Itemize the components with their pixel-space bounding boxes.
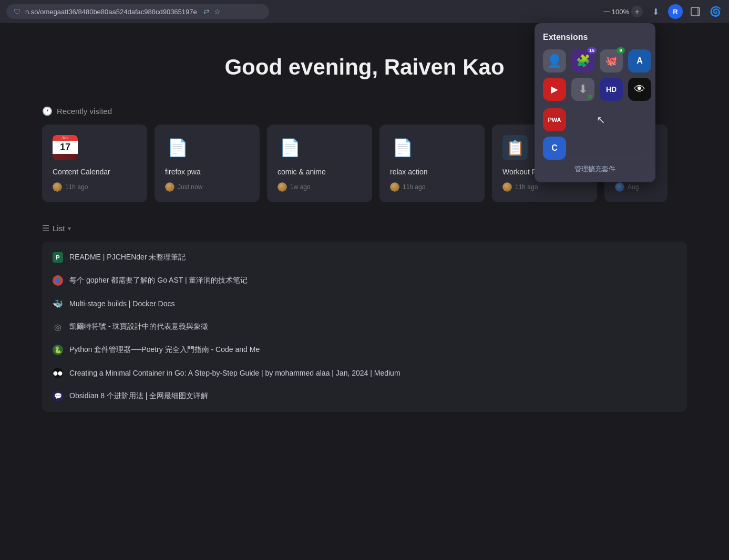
favicon-python: 🐍 xyxy=(53,345,63,355)
list-label: List xyxy=(53,224,65,233)
extension-github[interactable]: 🐙 9 xyxy=(600,49,623,72)
extension-hd[interactable]: HD xyxy=(600,78,623,101)
card-content-calendar[interactable]: JUL 17 Content Calendar 11h ago xyxy=(42,125,147,202)
list-item[interactable]: ◎ 凱爾特符號 - 珠寶設計中的代表意義與象徵 xyxy=(42,315,687,338)
card-relax-action[interactable]: 📄 relax action 11h ago xyxy=(379,125,485,202)
extension-azure[interactable]: A xyxy=(628,49,651,72)
list-item[interactable]: ⬤⬤ Creating a Minimal Container in Go: A… xyxy=(42,361,687,385)
list-item-title: Obsidian 8 个进阶用法 | 全网最细图文详解 xyxy=(69,391,208,401)
clock-icon: 🕐 xyxy=(42,106,53,116)
list-item[interactable]: 🐍 Python 套件管理器──Poetry 完全入門指南 - Code and… xyxy=(42,338,687,361)
list-item-title: Python 套件管理器──Poetry 完全入門指南 - Code and M… xyxy=(69,345,260,355)
list-section: ☰ List ▾ P README | PJCHENder 未整理筆記 👤 每个… xyxy=(42,223,687,412)
card-meta: 11h ago xyxy=(390,182,474,192)
card-avatar xyxy=(278,182,287,192)
card-icon-calendar: JUL 17 xyxy=(53,135,78,160)
card-meta: Just now xyxy=(165,182,249,192)
bookmarks-list: P README | PJCHENder 未整理筆記 👤 每个 gopher 都… xyxy=(42,242,687,412)
list-item[interactable]: 👤 每个 gopher 都需要了解的 Go AST | 董泽润的技术笔记 xyxy=(42,269,687,292)
list-item[interactable]: 💬 Obsidian 8 个进阶用法 | 全网最细图文详解 xyxy=(42,385,687,408)
extensions-space xyxy=(571,108,594,131)
card-icon-doc: 📄 xyxy=(165,135,190,160)
manage-extensions-button[interactable]: 管理擴充套件 xyxy=(543,160,647,174)
security-icon: 🛡 xyxy=(14,7,21,16)
extensions-c-row: C xyxy=(543,137,647,160)
card-time: 11h ago xyxy=(65,183,88,191)
extensions-third-row: PWA ↖ xyxy=(543,108,647,131)
card-avatar xyxy=(615,182,624,192)
list-item-title: 凱爾特符號 - 珠寶設計中的代表意義與象徵 xyxy=(69,322,208,331)
url-bar[interactable]: 🛡 n.so/omegaatt36/8480be80aa524dafac988c… xyxy=(6,4,269,19)
extension-puzzleplus[interactable]: 🧩 15 xyxy=(571,49,594,72)
favicon-pj: P xyxy=(53,252,63,263)
cursor-indicator: ↖ xyxy=(597,113,605,126)
favicon-medium: ⬤⬤ xyxy=(53,368,63,378)
minimize-icon[interactable]: ─ xyxy=(603,7,609,16)
card-firefox-pwa[interactable]: 📄 firefox pwa Just now xyxy=(155,125,260,202)
card-meta: Aug xyxy=(615,182,657,192)
card-icon-doc: 📄 xyxy=(278,135,303,160)
favicon-obsidian: 💬 xyxy=(53,391,63,401)
card-time: Aug xyxy=(628,183,639,191)
sidebar-toggle-button[interactable] xyxy=(688,4,703,19)
extensions-title: Extensions xyxy=(543,33,647,42)
calendar-month: JUL xyxy=(53,135,78,141)
extension-downloader[interactable]: ⬇ xyxy=(571,78,594,101)
list-item-title: Multi-stage builds | Docker Docs xyxy=(69,299,174,308)
zoom-control: ─ 100% + xyxy=(603,6,643,17)
extension-eyes[interactable]: 👁 xyxy=(628,78,651,101)
card-meta: 11h ago xyxy=(53,182,137,192)
extension-c[interactable]: C xyxy=(543,137,566,160)
card-time: 1w ago xyxy=(290,183,311,191)
favicon-celtic: ◎ xyxy=(53,322,63,332)
card-time: Just now xyxy=(178,183,202,191)
browser-icons: ─ 100% + ⬇ R 🌀 xyxy=(603,4,723,19)
extension-youtube[interactable]: ▶ xyxy=(543,78,566,101)
card-name: firefox pwa xyxy=(165,168,249,176)
extension-pwa[interactable]: PWA xyxy=(543,108,566,131)
svg-rect-1 xyxy=(697,7,700,16)
card-avatar xyxy=(53,182,62,192)
doc-icon: 📄 xyxy=(167,138,188,158)
card-meta: 11h ago xyxy=(502,182,587,192)
workout-icon: 📋 xyxy=(506,139,525,157)
extension-badge: 15 xyxy=(587,47,597,54)
profile-avatar[interactable]: R xyxy=(668,4,683,19)
doc-icon: 📄 xyxy=(280,138,301,158)
chevron-down-icon: ▾ xyxy=(68,225,71,232)
url-text: n.so/omegaatt36/8480be80aa524dafac988cd9… xyxy=(25,8,197,16)
zoom-in-button[interactable]: + xyxy=(631,6,643,17)
favicon-docker: 🐳 xyxy=(53,298,63,309)
card-name: relax action xyxy=(390,168,474,176)
card-avatar xyxy=(165,182,174,192)
recently-visited-label: Recently visited xyxy=(57,107,112,116)
list-item[interactable]: P README | PJCHENder 未整理筆記 xyxy=(42,246,687,269)
browser-bar: 🛡 n.so/omegaatt36/8480be80aa524dafac988c… xyxy=(0,0,729,23)
list-item-title: 每个 gopher 都需要了解的 Go AST | 董泽润的技术笔记 xyxy=(69,276,248,285)
download-icon[interactable]: ⬇ xyxy=(648,4,663,19)
extensions-popup: Extensions 👤 🧩 15 🐙 9 A ▶ ⬇ HD 👁 PWA ↖ C… xyxy=(535,23,655,182)
doc-icon: 📄 xyxy=(392,138,413,158)
list-item[interactable]: 🐳 Multi-stage builds | Docker Docs xyxy=(42,292,687,315)
list-icon: ☰ xyxy=(42,223,49,233)
extensions-grid: 👤 🧩 15 🐙 9 A ▶ ⬇ HD 👁 xyxy=(543,49,647,101)
list-item-title: Creating a Minimal Container in Go: A St… xyxy=(69,369,401,377)
list-header[interactable]: ☰ List ▾ xyxy=(42,223,687,233)
list-item-title: README | PJCHENder 未整理筆記 xyxy=(69,253,186,262)
extension-badge: 9 xyxy=(617,47,625,54)
extension-user[interactable]: 👤 xyxy=(543,49,566,72)
card-time: 11h ago xyxy=(515,183,538,191)
card-avatar xyxy=(502,182,512,192)
translate-icon[interactable]: ⇄ xyxy=(203,7,210,16)
card-name: comic & anime xyxy=(278,168,362,176)
card-comic-anime[interactable]: 📄 comic & anime 1w ago xyxy=(267,125,372,202)
card-meta: 1w ago xyxy=(278,182,362,192)
favicon-gopher: 👤 xyxy=(53,275,63,286)
edge-icon[interactable]: 🌀 xyxy=(708,4,723,19)
card-icon-doc: 📄 xyxy=(390,135,415,160)
zoom-level: 100% xyxy=(612,8,629,16)
card-time: 11h ago xyxy=(403,183,425,191)
star-icon[interactable]: ☆ xyxy=(214,7,221,16)
calendar-day: 17 xyxy=(53,141,78,154)
card-avatar xyxy=(390,182,399,192)
